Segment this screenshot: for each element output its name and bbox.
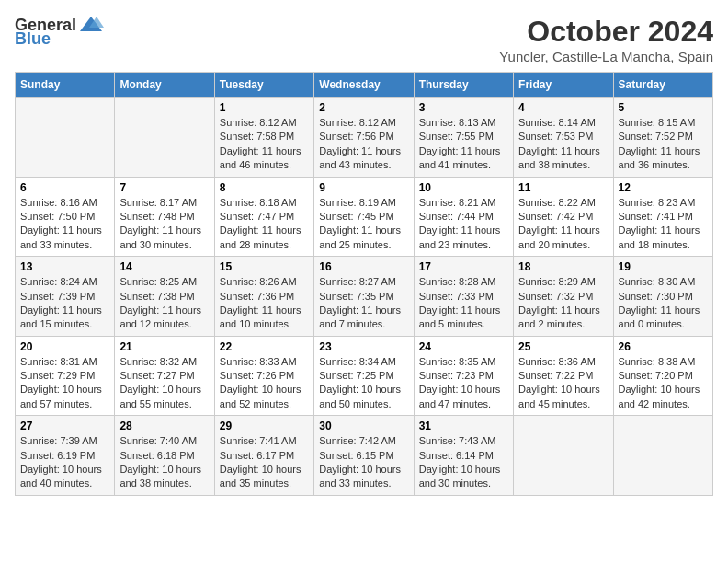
daylight-text: Daylight: 11 hours and 0 minutes. [619, 304, 708, 332]
day-detail: Sunrise: 8:31 AMSunset: 7:29 PMDaylight:… [20, 355, 109, 412]
daylight-text: Daylight: 10 hours and 57 minutes. [20, 383, 109, 411]
day-number: 17 [419, 260, 508, 273]
calendar-cell: 7Sunrise: 8:17 AMSunset: 7:48 PMDaylight… [115, 177, 214, 257]
sunset-text: Sunset: 7:39 PM [20, 290, 109, 304]
sunset-text: Sunset: 6:19 PM [20, 449, 109, 463]
title-block: October 2024 Yuncler, Castille-La Mancha… [499, 15, 713, 64]
calendar-cell: 27Sunrise: 7:39 AMSunset: 6:19 PMDayligh… [16, 416, 115, 496]
sunrise-text: Sunrise: 8:12 AM [220, 116, 309, 130]
sunrise-text: Sunrise: 8:29 AM [518, 275, 608, 289]
sunrise-text: Sunrise: 8:14 AM [518, 116, 608, 130]
daylight-text: Daylight: 11 hours and 41 minutes. [419, 144, 508, 173]
daylight-text: Daylight: 11 hours and 5 minutes. [419, 304, 508, 332]
calendar-cell: 12Sunrise: 8:23 AMSunset: 7:41 PMDayligh… [613, 177, 712, 257]
sunset-text: Sunset: 7:47 PM [220, 210, 309, 224]
day-number: 14 [119, 260, 209, 273]
daylight-text: Daylight: 11 hours and 10 minutes. [220, 304, 309, 332]
logo-blue-text: Blue [15, 29, 51, 49]
day-number: 3 [419, 101, 508, 114]
daylight-text: Daylight: 11 hours and 23 minutes. [419, 224, 508, 252]
sunset-text: Sunset: 7:42 PM [518, 210, 608, 224]
day-detail: Sunrise: 8:14 AMSunset: 7:53 PMDaylight:… [518, 116, 608, 173]
sunset-text: Sunset: 7:52 PM [619, 130, 708, 144]
calendar-week-row: 1Sunrise: 8:12 AMSunset: 7:58 PMDaylight… [16, 98, 713, 178]
day-number: 30 [319, 419, 408, 432]
calendar-cell: 2Sunrise: 8:12 AMSunset: 7:56 PMDaylight… [314, 98, 414, 178]
calendar-cell [613, 416, 712, 496]
daylight-text: Daylight: 10 hours and 35 minutes. [220, 463, 309, 491]
calendar-cell: 18Sunrise: 8:29 AMSunset: 7:32 PMDayligh… [514, 257, 613, 337]
day-detail: Sunrise: 8:18 AMSunset: 7:47 PMDaylight:… [220, 196, 309, 253]
sunrise-text: Sunrise: 8:12 AM [319, 116, 408, 130]
sunrise-text: Sunrise: 8:22 AM [518, 196, 608, 210]
calendar-cell: 10Sunrise: 8:21 AMSunset: 7:44 PMDayligh… [414, 177, 513, 257]
sunrise-text: Sunrise: 8:38 AM [619, 355, 708, 369]
day-number: 24 [419, 340, 508, 353]
day-detail: Sunrise: 8:35 AMSunset: 7:23 PMDaylight:… [419, 355, 508, 412]
sunset-text: Sunset: 7:26 PM [220, 369, 309, 383]
day-detail: Sunrise: 8:30 AMSunset: 7:30 PMDaylight:… [619, 275, 708, 332]
day-number: 7 [119, 181, 209, 194]
sunset-text: Sunset: 7:27 PM [119, 369, 209, 383]
sunset-text: Sunset: 7:44 PM [419, 210, 508, 224]
sunset-text: Sunset: 7:35 PM [319, 290, 408, 304]
day-detail: Sunrise: 8:16 AMSunset: 7:50 PMDaylight:… [20, 196, 109, 253]
calendar-week-row: 6Sunrise: 8:16 AMSunset: 7:50 PMDaylight… [16, 177, 713, 257]
sunrise-text: Sunrise: 8:25 AM [119, 275, 209, 289]
sunset-text: Sunset: 6:17 PM [220, 449, 309, 463]
calendar-cell: 17Sunrise: 8:28 AMSunset: 7:33 PMDayligh… [414, 257, 513, 337]
sunset-text: Sunset: 7:45 PM [319, 210, 408, 224]
day-number: 11 [518, 181, 608, 194]
calendar-cell: 21Sunrise: 8:32 AMSunset: 7:27 PMDayligh… [115, 336, 214, 416]
calendar-cell [115, 98, 214, 178]
calendar-cell: 30Sunrise: 7:42 AMSunset: 6:15 PMDayligh… [314, 416, 414, 496]
day-detail: Sunrise: 8:34 AMSunset: 7:25 PMDaylight:… [319, 355, 408, 412]
day-number: 13 [20, 260, 109, 273]
day-of-week-header: Friday [514, 73, 613, 98]
calendar-cell: 6Sunrise: 8:16 AMSunset: 7:50 PMDaylight… [16, 177, 115, 257]
day-number: 21 [119, 340, 209, 353]
sunrise-text: Sunrise: 8:15 AM [619, 116, 708, 130]
day-detail: Sunrise: 7:39 AMSunset: 6:19 PMDaylight:… [20, 434, 109, 491]
calendar-cell: 24Sunrise: 8:35 AMSunset: 7:23 PMDayligh… [414, 336, 513, 416]
sunset-text: Sunset: 7:23 PM [419, 369, 508, 383]
day-detail: Sunrise: 8:19 AMSunset: 7:45 PMDaylight:… [319, 196, 408, 253]
day-of-week-header: Monday [115, 73, 214, 98]
daylight-text: Daylight: 11 hours and 36 minutes. [619, 144, 708, 173]
daylight-text: Daylight: 11 hours and 15 minutes. [20, 304, 109, 332]
day-detail: Sunrise: 8:27 AMSunset: 7:35 PMDaylight:… [319, 275, 408, 332]
calendar-cell: 5Sunrise: 8:15 AMSunset: 7:52 PMDaylight… [613, 98, 712, 178]
day-number: 23 [319, 340, 408, 353]
page-header: General Blue October 2024 Yuncler, Casti… [15, 15, 713, 64]
sunrise-text: Sunrise: 8:24 AM [20, 275, 109, 289]
day-number: 10 [419, 181, 508, 194]
day-detail: Sunrise: 7:41 AMSunset: 6:17 PMDaylight:… [220, 434, 309, 491]
location-subtitle: Yuncler, Castille-La Mancha, Spain [499, 49, 713, 64]
day-number: 19 [619, 260, 708, 273]
day-number: 9 [319, 181, 408, 194]
calendar-cell: 3Sunrise: 8:13 AMSunset: 7:55 PMDaylight… [414, 98, 513, 178]
day-detail: Sunrise: 8:23 AMSunset: 7:41 PMDaylight:… [619, 196, 708, 253]
sunrise-text: Sunrise: 8:26 AM [220, 275, 309, 289]
daylight-text: Daylight: 11 hours and 46 minutes. [220, 144, 309, 173]
daylight-text: Daylight: 11 hours and 12 minutes. [119, 304, 209, 332]
calendar-cell: 13Sunrise: 8:24 AMSunset: 7:39 PMDayligh… [16, 257, 115, 337]
daylight-text: Daylight: 10 hours and 47 minutes. [419, 383, 508, 411]
sunset-text: Sunset: 7:50 PM [20, 210, 109, 224]
sunset-text: Sunset: 6:18 PM [119, 449, 209, 463]
day-detail: Sunrise: 7:40 AMSunset: 6:18 PMDaylight:… [119, 434, 209, 491]
sunrise-text: Sunrise: 8:19 AM [319, 196, 408, 210]
sunset-text: Sunset: 7:36 PM [220, 290, 309, 304]
sunrise-text: Sunrise: 8:27 AM [319, 275, 408, 289]
day-of-week-header: Thursday [414, 73, 513, 98]
day-detail: Sunrise: 8:28 AMSunset: 7:33 PMDaylight:… [419, 275, 508, 332]
day-of-week-header: Tuesday [214, 73, 313, 98]
daylight-text: Daylight: 10 hours and 40 minutes. [20, 463, 109, 491]
day-of-week-header: Wednesday [314, 73, 414, 98]
daylight-text: Daylight: 10 hours and 45 minutes. [518, 383, 608, 411]
day-number: 1 [220, 101, 309, 114]
daylight-text: Daylight: 10 hours and 52 minutes. [220, 383, 309, 411]
day-number: 26 [619, 340, 708, 353]
sunrise-text: Sunrise: 8:18 AM [220, 196, 309, 210]
calendar-header-row: SundayMondayTuesdayWednesdayThursdayFrid… [16, 73, 713, 98]
